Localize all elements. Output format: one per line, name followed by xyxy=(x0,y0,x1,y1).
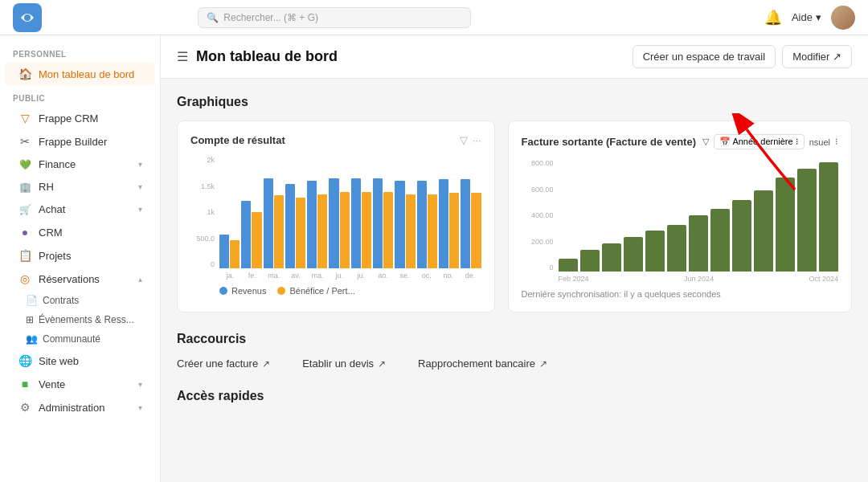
bar-revenue xyxy=(307,181,317,268)
sidebar-item-label: RH xyxy=(39,181,132,193)
shortcut-creer-facture[interactable]: Créer une facture ↗ xyxy=(177,357,270,370)
notification-bell-icon[interactable]: 🔔 xyxy=(764,9,782,27)
bar-profit xyxy=(449,193,459,268)
help-label: Aide xyxy=(792,11,813,23)
search-bar[interactable]: 🔍 Rechercher... (⌘ + G) xyxy=(198,7,471,28)
bar-green xyxy=(667,225,686,272)
frappe-crm-icon: ▽ xyxy=(18,112,32,125)
communaute-icon: 👥 xyxy=(26,333,38,345)
sidebar-item-site-web[interactable]: 🌐 Site web xyxy=(5,349,155,372)
sidebar-item-label: Frappe Builder xyxy=(39,136,142,148)
sidebar-section-public: PUBLIC xyxy=(0,86,160,106)
reservations-icon: ◎ xyxy=(18,272,32,285)
sidebar-item-evenements[interactable]: ⊞ Évènements & Ress... xyxy=(0,310,160,329)
bar-profit xyxy=(317,194,327,268)
search-placeholder: Rechercher... (⌘ + G) xyxy=(223,12,318,23)
bar-green xyxy=(559,259,578,272)
sidebar-item-contrats[interactable]: 📄 Contrats xyxy=(0,291,160,310)
period-filter-button[interactable]: 📅 Année dernière ⁝ xyxy=(714,134,805,149)
charts-row: Compte de résultat ▽ ··· 2k 1.5k 1k xyxy=(177,120,852,312)
revenue-dot xyxy=(219,287,227,295)
sidebar-section-personal: PERSONNEL xyxy=(0,42,160,62)
sidebar-item-achat[interactable]: 🛒 Achat ▾ xyxy=(5,198,155,220)
bar-group xyxy=(351,178,371,268)
sidebar-item-finance[interactable]: 💚 Finance ▾ xyxy=(5,153,155,175)
yaxis-label: 0 xyxy=(550,263,554,272)
bar-group xyxy=(219,235,240,268)
modify-button[interactable]: Modifier ↗ xyxy=(782,45,852,68)
chevron-down-icon: ▾ xyxy=(138,205,142,214)
hamburger-menu-icon[interactable]: ☰ xyxy=(177,49,188,64)
filter-icon[interactable]: ▽ xyxy=(460,134,468,146)
shortcut-label: Etablir un devis xyxy=(302,357,374,370)
chart1-actions: ▽ ··· xyxy=(460,134,481,146)
sidebar-item-vente[interactable]: ■ Vente ▾ xyxy=(5,373,155,395)
chart2-title: Facture sortante (Facture de vente) xyxy=(522,136,696,148)
bar-profit xyxy=(362,192,371,268)
sidebar-item-rh[interactable]: 🏢 RH ▾ xyxy=(5,176,155,198)
sidebar-item-projets[interactable]: 📋 Projets xyxy=(5,244,155,267)
rh-icon: 🏢 xyxy=(18,182,32,193)
sidebar-item-reservations[interactable]: ◎ Réservations ▴ xyxy=(5,268,155,290)
charts-section-title: Graphiques xyxy=(177,95,852,109)
bar-revenue xyxy=(373,178,383,268)
shortcut-rapprochement[interactable]: Rapprochement bancaire ↗ xyxy=(418,357,547,370)
sidebar-item-administration[interactable]: ⚙ Administration ▾ xyxy=(5,396,155,419)
chart2-yaxis: 800.00 600.00 400.00 200.00 0 xyxy=(522,159,557,272)
bar-green xyxy=(689,215,708,272)
bar-revenue xyxy=(285,184,295,268)
yaxis-label: 500.0 xyxy=(196,235,215,243)
create-workspace-button[interactable]: Créer un espace de travail xyxy=(633,45,776,68)
bar-revenue xyxy=(461,179,470,268)
sidebar-item-crm[interactable]: ● CRM xyxy=(5,221,155,243)
bar-group xyxy=(417,181,437,268)
sidebar-item-frappe-builder[interactable]: ✂ Frappe Builder xyxy=(5,130,155,153)
page-header: ☰ Mon tableau de bord Créer un espace de… xyxy=(161,35,868,79)
sidebar-item-mon-tableau[interactable]: 🏠 Mon tableau de bord xyxy=(5,63,155,85)
search-icon: 🔍 xyxy=(207,12,219,23)
chevron-down-icon: ▾ xyxy=(138,403,142,412)
sidebar-item-label: Projets xyxy=(39,250,142,262)
user-avatar[interactable] xyxy=(831,6,855,30)
chart1-legend: Revenus Bénéfice / Pert... xyxy=(190,286,481,296)
bar-revenue xyxy=(417,181,427,268)
chart1-yaxis: 2k 1.5k 1k 500.0 0 xyxy=(190,156,218,268)
bar-profit xyxy=(230,240,240,268)
sidebar-item-communaute[interactable]: 👥 Communauté xyxy=(0,329,160,349)
bar-group xyxy=(241,201,261,268)
filter-icon2[interactable]: ▽ xyxy=(702,137,709,147)
bar-profit xyxy=(383,192,393,268)
more-icon[interactable]: ··· xyxy=(473,134,481,146)
app-logo[interactable] xyxy=(13,3,42,32)
bar-green xyxy=(602,243,621,272)
external-link-icon: ↗ xyxy=(539,358,547,370)
sidebar-item-frappe-crm[interactable]: ▽ Frappe CRM xyxy=(5,107,155,129)
xaxis-label: ja. xyxy=(219,272,241,280)
sidebar-item-label: Réservations xyxy=(39,273,132,285)
xaxis-label: no. xyxy=(437,272,459,280)
bar-green xyxy=(819,162,838,272)
finance-icon: 💚 xyxy=(18,159,32,170)
shortcut-etablir-devis[interactable]: Etablir un devis ↗ xyxy=(302,357,386,370)
chevron-down-icon2[interactable]: ⁝ xyxy=(835,137,838,147)
xaxis-label: ju. xyxy=(329,272,350,280)
help-menu[interactable]: Aide ▾ xyxy=(792,11,821,23)
projets-icon: 📋 xyxy=(18,249,32,262)
chart2-xaxis: Feb 2024 Jun 2024 Oct 2024 xyxy=(522,275,838,283)
chart1-header: Compte de résultat ▽ ··· xyxy=(190,134,481,146)
main-layout: PERSONNEL 🏠 Mon tableau de bord PUBLIC ▽… xyxy=(0,35,868,482)
quick-access-section-title: Accès rapides xyxy=(177,389,852,403)
yaxis-label: 400.00 xyxy=(531,211,554,219)
page-title: Mon tableau de bord xyxy=(196,48,633,65)
achat-icon: 🛒 xyxy=(18,204,32,215)
svg-point-1 xyxy=(24,14,31,21)
bar-revenue xyxy=(241,201,251,268)
xaxis-label: Jun 2024 xyxy=(684,275,714,283)
xaxis-label: ma. xyxy=(263,272,285,280)
bar-group xyxy=(461,179,481,268)
crm-icon: ● xyxy=(18,226,32,239)
chart-sync-label: Dernière synchronisation: il y a quelque… xyxy=(522,289,838,299)
bar-green xyxy=(754,190,773,272)
sidebar: PERSONNEL 🏠 Mon tableau de bord PUBLIC ▽… xyxy=(0,35,161,482)
shortcut-label: Créer une facture xyxy=(177,357,258,370)
